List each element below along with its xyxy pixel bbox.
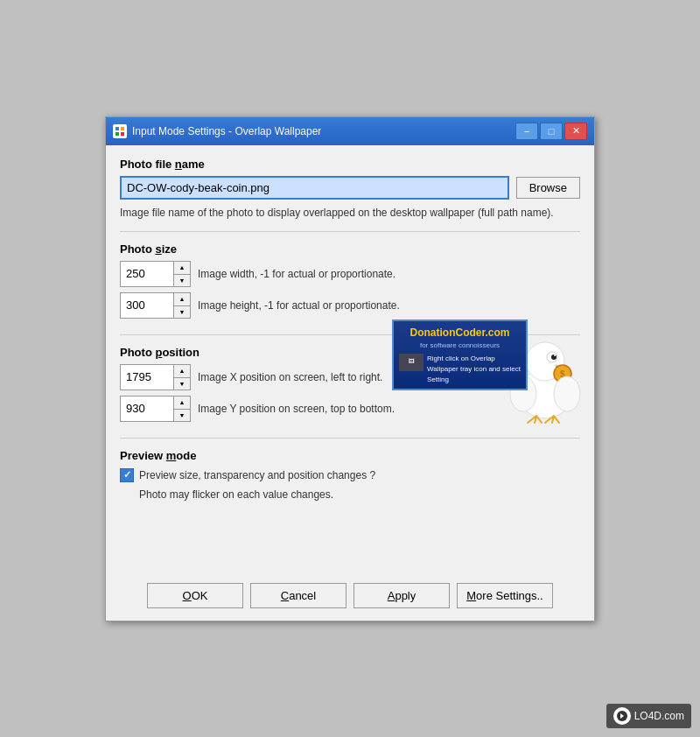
svg-rect-0 <box>116 127 119 130</box>
width-input[interactable] <box>121 264 173 283</box>
photo-size-title: Photo size <box>120 242 580 256</box>
preview-mode-title: Preview mode <box>120 449 580 462</box>
photo-position-section: Photo position ▲ ▼ Image X position on s… <box>120 346 580 439</box>
y-description: Image Y position on screen, top to botto… <box>198 401 395 417</box>
svg-rect-1 <box>121 127 124 130</box>
height-decrement-button[interactable]: ▼ <box>174 305 190 318</box>
photo-name-title: Photo file name <box>120 158 580 171</box>
height-input[interactable] <box>121 296 173 314</box>
photo-size-section: Photo size ▲ ▼ Image width, -1 for actua… <box>120 242 580 335</box>
svg-rect-2 <box>116 132 119 136</box>
apply-button[interactable]: Apply <box>354 583 450 608</box>
title-bar: Input Mode Settings - Overlap Wallpaper … <box>106 117 594 145</box>
photo-position-title: Photo position <box>120 346 580 359</box>
x-position-row: ▲ ▼ Image X position on screen, left to … <box>120 364 580 390</box>
y-spinner: ▲ ▼ <box>120 396 191 422</box>
height-increment-button[interactable]: ▲ <box>174 293 190 305</box>
photo-name-input[interactable] <box>120 176 509 200</box>
cancel-button[interactable]: Cancel <box>250 583 346 608</box>
close-button[interactable]: ✕ <box>564 123 587 140</box>
x-increment-button[interactable]: ▲ <box>174 365 190 377</box>
x-spinner: ▲ ▼ <box>120 364 191 390</box>
main-window: Input Mode Settings - Overlap Wallpaper … <box>105 116 595 621</box>
preview-checkbox[interactable] <box>120 468 134 482</box>
width-increment-button[interactable]: ▲ <box>174 262 190 274</box>
dialog-content: Photo file name Browse Image file name o… <box>106 145 594 522</box>
browse-button[interactable]: Browse <box>516 177 580 199</box>
window-controls: − □ ✕ <box>515 123 587 140</box>
preview-mode-section: Preview mode Preview size, transparency … <box>120 449 580 509</box>
y-position-row: ▲ ▼ Image Y position on screen, top to b… <box>120 396 580 422</box>
x-description: Image X position on screen, left to righ… <box>198 369 382 385</box>
height-spinner-buttons: ▲ ▼ <box>173 293 190 318</box>
preview-checkbox-label: Preview size, transparency and position … <box>139 467 375 483</box>
y-decrement-button[interactable]: ▼ <box>174 409 190 421</box>
x-spinner-buttons: ▲ ▼ <box>173 365 190 390</box>
window-title: Input Mode Settings - Overlap Wallpaper <box>132 125 510 137</box>
watermark-text: LO4D.com <box>634 710 684 722</box>
watermark: LO4D.com <box>606 704 691 728</box>
y-spinner-buttons: ▲ ▼ <box>173 397 190 421</box>
more-settings-button[interactable]: More Settings.. <box>457 583 553 608</box>
ok-button[interactable]: OOK <box>147 583 243 608</box>
app-icon <box>113 124 127 138</box>
photo-name-description: Image file name of the photo to display … <box>120 205 580 221</box>
y-increment-button[interactable]: ▲ <box>174 397 190 409</box>
width-description: Image width, -1 for actual or proportion… <box>198 266 396 282</box>
height-spinner: ▲ ▼ <box>120 292 191 319</box>
watermark-icon <box>613 707 631 725</box>
width-decrement-button[interactable]: ▼ <box>174 274 190 286</box>
y-input[interactable] <box>121 399 173 418</box>
x-decrement-button[interactable]: ▼ <box>174 377 190 390</box>
photo-name-row: Browse <box>120 176 580 200</box>
spacer <box>106 522 594 574</box>
x-input[interactable] <box>121 368 173 386</box>
width-spinner-buttons: ▲ ▼ <box>173 262 190 286</box>
preview-checkbox-row: Preview size, transparency and position … <box>120 467 580 483</box>
width-row: ▲ ▼ Image width, -1 for actual or propor… <box>120 261 580 287</box>
height-description: Image height, -1 for actual or proportio… <box>198 298 400 313</box>
minimize-button[interactable]: − <box>515 123 538 140</box>
width-spinner: ▲ ▼ <box>120 261 191 287</box>
maximize-button[interactable]: □ <box>540 123 563 140</box>
svg-rect-3 <box>121 132 124 136</box>
height-row: ▲ ▼ Image height, -1 for actual or propo… <box>120 292 580 319</box>
button-bar: OOK Cancel Apply More Settings.. <box>106 574 594 621</box>
photo-name-section: Photo file name Browse Image file name o… <box>120 158 580 232</box>
preview-note: Photo may flicker on each value changes. <box>120 487 580 502</box>
